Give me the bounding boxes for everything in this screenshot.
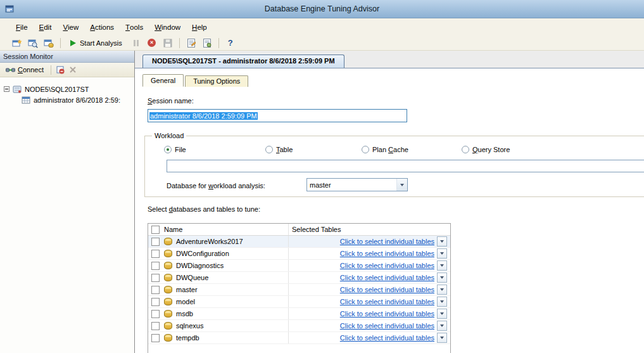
table-row[interactable]: DWDiagnostics Click to select individual… [148, 260, 450, 272]
tables-dropdown-button[interactable] [437, 333, 447, 343]
session-name-value: administrator 8/6/2018 2:59:09 PM [149, 112, 258, 120]
tree-session-label: administrator 8/6/2018 2:59: [34, 96, 120, 104]
menu-view[interactable]: View [57, 18, 84, 35]
select-tables-link[interactable]: Click to select individual tables [340, 286, 434, 293]
row-checkbox[interactable] [151, 262, 160, 270]
import-definition-button[interactable] [184, 37, 198, 49]
menu-bar: File Edit View Actions Tools Window Help [0, 18, 644, 35]
database-icon [164, 334, 172, 342]
document-tab[interactable]: NODE5\SQL2017ST - administrator 8/6/2018… [142, 55, 344, 68]
tab-tuning-options[interactable]: Tuning Options [185, 75, 248, 87]
table-row[interactable]: DWQueue Click to select individual table… [148, 272, 450, 284]
stop-analysis-button[interactable]: × [145, 37, 159, 49]
radio-selected-icon [164, 146, 172, 153]
select-tables-link[interactable]: Click to select individual tables [340, 262, 434, 269]
tables-dropdown-button[interactable] [437, 309, 447, 319]
column-header-name[interactable]: Name [162, 224, 289, 235]
server-icon [13, 85, 22, 94]
select-all-checkbox[interactable] [151, 226, 160, 234]
title-bar[interactable]: Database Engine Tuning Advisor [0, 0, 644, 18]
db-analysis-value: master [307, 181, 396, 189]
stop-session-icon [56, 65, 65, 74]
radio-table-label: Table [276, 146, 293, 153]
workload-group: Workload File Table Plan Cache [144, 136, 644, 197]
select-tables-link[interactable]: Click to select individual tables [340, 334, 434, 342]
row-checkbox[interactable] [151, 310, 160, 318]
workload-file-input[interactable] [167, 160, 644, 172]
start-analysis-button[interactable]: Start Analysis [65, 37, 127, 49]
connect-label: Connect [18, 66, 44, 74]
menu-actions[interactable]: Actions [84, 18, 120, 35]
workload-plan-cache-radio[interactable]: Plan Cache [362, 146, 408, 153]
db-analysis-combobox[interactable]: master [306, 178, 408, 191]
database-name: tempdb [176, 334, 199, 342]
save-button[interactable] [161, 37, 175, 49]
select-tables-link[interactable]: Click to select individual tables [340, 322, 434, 330]
column-header-selected-tables[interactable]: Selected Tables [289, 224, 450, 235]
export-definition-button[interactable] [200, 37, 214, 49]
table-row[interactable]: tempdb Click to select individual tables [148, 332, 450, 344]
menu-window[interactable]: Window [149, 18, 186, 35]
tables-dropdown-button[interactable] [437, 273, 447, 283]
connect-icon [6, 66, 15, 74]
menu-file[interactable]: File [10, 18, 34, 35]
workload-query-store-radio[interactable]: Query Store [462, 146, 510, 153]
tab-general[interactable]: General [142, 74, 184, 87]
table-row[interactable]: model Click to select individual tables [148, 296, 450, 308]
row-checkbox[interactable] [151, 322, 160, 330]
pause-analysis-button[interactable] [129, 37, 143, 49]
select-tables-link[interactable]: Click to select individual tables [340, 298, 434, 305]
stop-icon: × [148, 39, 156, 47]
app-window: Database Engine Tuning Advisor File Edit… [0, 0, 644, 353]
new-session-button[interactable] [10, 37, 24, 49]
export-definition-icon [203, 38, 212, 48]
radio-query-store-label: Query Store [472, 146, 510, 153]
tables-dropdown-button[interactable] [437, 285, 447, 295]
row-checkbox[interactable] [151, 250, 160, 258]
combo-dropdown-button[interactable] [396, 179, 407, 191]
tables-dropdown-button[interactable] [437, 236, 447, 247]
toolbar-separator [218, 38, 219, 48]
row-checkbox[interactable] [151, 334, 160, 342]
workload-table-radio[interactable]: Table [265, 146, 293, 153]
row-checkbox[interactable] [151, 238, 160, 246]
select-tables-link[interactable]: Click to select individual tables [340, 310, 434, 318]
menu-help[interactable]: Help [186, 18, 213, 35]
table-row[interactable]: AdventureWorks2017 Click to select indiv… [148, 236, 450, 248]
menu-tools[interactable]: Tools [120, 18, 149, 35]
save-icon [163, 39, 172, 48]
help-button[interactable]: ? [224, 37, 237, 49]
tables-dropdown-button[interactable] [437, 297, 447, 307]
database-icon [164, 310, 172, 318]
connect-button[interactable]: Connect [3, 64, 48, 76]
open-session-button[interactable] [26, 37, 40, 49]
tables-dropdown-button[interactable] [437, 248, 447, 259]
table-row[interactable]: sqlnexus Click to select individual tabl… [148, 320, 450, 332]
select-tables-link[interactable]: Click to select individual tables [340, 274, 434, 281]
tables-dropdown-button[interactable] [437, 260, 447, 271]
database-icon [164, 238, 172, 245]
tree-session-node[interactable]: administrator 8/6/2018 2:59: [0, 94, 134, 105]
row-checkbox[interactable] [151, 274, 160, 282]
menu-edit[interactable]: Edit [34, 18, 58, 35]
database-icon [164, 298, 172, 305]
stop-session-button[interactable] [54, 64, 66, 76]
collapse-expander-icon[interactable] [4, 86, 9, 92]
workload-file-radio[interactable]: File [164, 146, 186, 153]
table-row[interactable]: master Click to select individual tables [148, 284, 450, 296]
select-tables-link[interactable]: Click to select individual tables [340, 250, 434, 257]
row-checkbox[interactable] [151, 286, 160, 294]
row-checkbox[interactable] [151, 298, 160, 306]
table-row[interactable]: DWConfiguration Click to select individu… [148, 248, 450, 260]
tables-dropdown-button[interactable] [437, 321, 447, 331]
select-tables-link[interactable]: Click to select individual tables [340, 238, 434, 245]
table-row[interactable]: msdb Click to select individual tables [148, 308, 450, 320]
database-icon [164, 274, 172, 281]
main-area: NODE5\SQL2017ST - administrator 8/6/2018… [135, 51, 644, 353]
main-toolbar: Start Analysis × ? [0, 35, 644, 51]
workload-file-button[interactable] [42, 37, 56, 49]
session-name-input[interactable]: administrator 8/6/2018 2:59:09 PM [148, 109, 407, 122]
tree-server-node[interactable]: NODE5\SQL2017ST [0, 84, 134, 94]
delete-session-button[interactable] [66, 64, 79, 76]
database-name: DWQueue [176, 274, 208, 281]
